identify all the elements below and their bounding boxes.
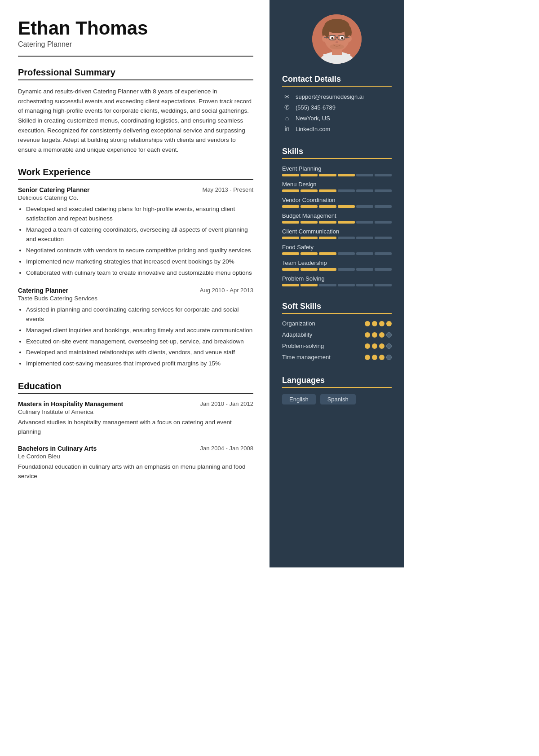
summary-title: Professional Summary bbox=[18, 67, 253, 80]
contact-phone: (555) 345-6789 bbox=[296, 104, 336, 111]
skill-name-7: Problem Solving bbox=[282, 275, 392, 282]
skill-seg-6-2 bbox=[319, 268, 336, 271]
skill-seg-3-4 bbox=[356, 221, 373, 224]
phone-icon: ✆ bbox=[282, 104, 292, 111]
job-bullet-0-3: Implemented new marketing strategies tha… bbox=[26, 257, 253, 267]
job-company-1: Taste Buds Catering Services bbox=[18, 295, 253, 302]
soft-dot-0-3 bbox=[386, 321, 392, 326]
edu-item-1: Bachelors in Culinary ArtsJan 2004 - Jan… bbox=[18, 445, 253, 481]
job-bullet-0-1: Managed a team of catering coordinators,… bbox=[26, 225, 253, 244]
skill-seg-1-0 bbox=[282, 189, 299, 192]
soft-skill-name-2: Problem-solving bbox=[282, 343, 365, 350]
soft-dot-0-1 bbox=[372, 321, 377, 326]
skill-seg-0-3 bbox=[338, 174, 355, 176]
skill-item-3: Budget Management bbox=[282, 212, 392, 224]
skill-seg-5-4 bbox=[356, 252, 373, 255]
edu-container: Masters in Hospitality ManagementJan 201… bbox=[18, 400, 253, 481]
skill-bar-7 bbox=[282, 284, 392, 286]
edu-desc-0: Advanced studies in hospitality manageme… bbox=[18, 418, 253, 437]
soft-dot-3-1 bbox=[372, 355, 377, 360]
skill-seg-6-1 bbox=[300, 268, 318, 271]
soft-skill-dots-1 bbox=[365, 332, 392, 338]
edu-degree-1: Bachelors in Culinary Arts bbox=[18, 445, 97, 452]
skill-name-2: Vendor Coordination bbox=[282, 197, 392, 203]
skill-name-3: Budget Management bbox=[282, 212, 392, 219]
avatar-container bbox=[270, 0, 404, 75]
edu-item-0: Masters in Hospitality ManagementJan 201… bbox=[18, 400, 253, 437]
soft-skill-dots-3 bbox=[365, 355, 392, 360]
soft-skill-item-1: Adaptability bbox=[282, 331, 392, 339]
job-company-0: Delicious Catering Co. bbox=[18, 194, 253, 201]
skill-seg-2-3 bbox=[338, 205, 355, 208]
contact-location-item: ⌂ NewYork, US bbox=[282, 114, 392, 122]
skill-bar-3 bbox=[282, 221, 392, 224]
svg-point-20 bbox=[330, 44, 344, 49]
soft-skill-item-0: Organization bbox=[282, 320, 392, 328]
job-bullet-1-3: Developed and maintained relationships w… bbox=[26, 348, 253, 357]
skill-bar-0 bbox=[282, 174, 392, 176]
skill-seg-6-0 bbox=[282, 268, 299, 271]
soft-dot-1-3 bbox=[386, 332, 392, 338]
work-experience-title: Work Experience bbox=[18, 167, 253, 180]
job-item-1: Catering PlannerAug 2010 - Apr 2013Taste… bbox=[18, 287, 253, 369]
edu-school-1: Le Cordon Bleu bbox=[18, 453, 253, 460]
soft-dot-1-1 bbox=[372, 332, 377, 338]
jobs-container: Senior Catering PlannerMay 2013 - Presen… bbox=[18, 186, 253, 369]
skill-name-5: Food Safety bbox=[282, 244, 392, 251]
job-bullets-0: Developed and executed catering plans fo… bbox=[18, 205, 253, 277]
skill-bar-4 bbox=[282, 237, 392, 239]
skill-seg-6-5 bbox=[375, 268, 392, 271]
skill-seg-5-5 bbox=[375, 252, 392, 255]
candidate-job-title: Catering Planner bbox=[18, 40, 253, 48]
contact-location: NewYork, US bbox=[296, 115, 330, 122]
skill-seg-1-2 bbox=[319, 189, 336, 192]
skill-bar-2 bbox=[282, 205, 392, 208]
soft-skill-item-2: Problem-solving bbox=[282, 343, 392, 350]
job-bullet-0-4: Collaborated with culinary team to creat… bbox=[26, 268, 253, 278]
svg-point-12 bbox=[331, 37, 334, 40]
skill-seg-4-4 bbox=[356, 237, 373, 239]
header-divider bbox=[18, 56, 253, 57]
languages-section: Languages EnglishSpanish bbox=[270, 376, 404, 404]
soft-dot-0-2 bbox=[379, 321, 384, 326]
skill-seg-4-0 bbox=[282, 237, 299, 239]
svg-rect-2 bbox=[323, 54, 350, 64]
name-block: Ethan Thomas Catering Planner bbox=[18, 18, 253, 48]
skill-seg-3-3 bbox=[338, 221, 355, 224]
soft-skills-container: OrganizationAdaptabilityProblem-solvingT… bbox=[282, 320, 392, 361]
language-tags: EnglishSpanish bbox=[282, 394, 392, 404]
soft-dot-2-3 bbox=[386, 343, 392, 349]
soft-skill-dots-2 bbox=[365, 343, 392, 349]
skill-name-4: Client Communication bbox=[282, 228, 392, 235]
soft-dot-3-2 bbox=[379, 355, 384, 360]
job-date-0: May 2013 - Present bbox=[203, 186, 253, 193]
work-experience-section: Work Experience Senior Catering PlannerM… bbox=[18, 167, 253, 369]
education-title: Education bbox=[18, 381, 253, 394]
job-bullet-1-2: Executed on-site event management, overs… bbox=[26, 337, 253, 347]
soft-dot-3-0 bbox=[365, 355, 370, 360]
skill-item-2: Vendor Coordination bbox=[282, 197, 392, 208]
soft-dot-2-1 bbox=[372, 343, 377, 349]
skill-seg-4-3 bbox=[338, 237, 355, 239]
contact-linkedin-item: in LinkedIn.com bbox=[282, 125, 392, 132]
svg-point-9 bbox=[347, 35, 352, 42]
skill-seg-3-1 bbox=[300, 221, 318, 224]
skill-item-5: Food Safety bbox=[282, 244, 392, 255]
job-item-0: Senior Catering PlannerMay 2013 - Presen… bbox=[18, 186, 253, 277]
skill-seg-5-2 bbox=[319, 252, 336, 255]
svg-point-8 bbox=[322, 35, 327, 42]
skill-seg-5-0 bbox=[282, 252, 299, 255]
edu-date-1: Jan 2004 - Jan 2008 bbox=[200, 445, 253, 452]
skill-seg-0-5 bbox=[375, 174, 392, 176]
contact-title: Contact Details bbox=[282, 75, 392, 87]
soft-dot-0-0 bbox=[365, 321, 370, 326]
summary-text: Dynamic and results-driven Catering Plan… bbox=[18, 87, 253, 154]
skill-seg-2-4 bbox=[356, 205, 373, 208]
skill-seg-0-4 bbox=[356, 174, 373, 176]
languages-title: Languages bbox=[282, 376, 392, 388]
skill-seg-1-5 bbox=[375, 189, 392, 192]
job-bullet-0-0: Developed and executed catering plans fo… bbox=[26, 205, 253, 224]
skill-item-7: Problem Solving bbox=[282, 275, 392, 286]
skill-seg-4-1 bbox=[300, 237, 318, 239]
skill-item-6: Team Leadership bbox=[282, 259, 392, 271]
